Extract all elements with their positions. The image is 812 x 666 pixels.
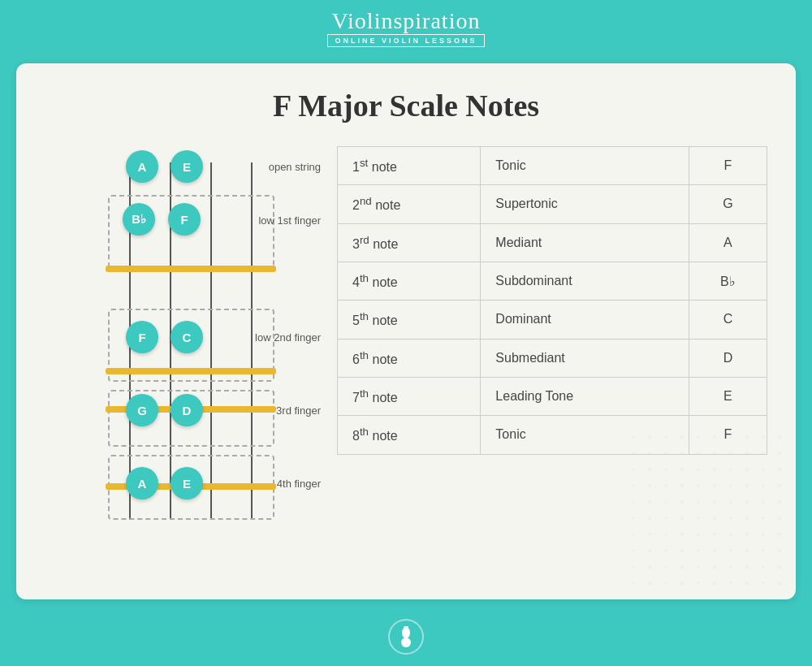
header-bar: Violinspiration Online Violin Lessons: [0, 0, 812, 55]
degree-cell: Mediant: [481, 223, 689, 262]
table-row: 8th noteTonicF: [338, 416, 767, 454]
note-D-3rd: D: [171, 394, 203, 426]
scale-table: 1st noteTonicF2nd noteSupertonicG3rd not…: [337, 146, 767, 455]
note-ordinal-cell: 3rd note: [338, 223, 481, 262]
table-row: 6th noteSubmediantD: [338, 339, 767, 377]
note-ordinal-cell: 6th note: [338, 339, 481, 377]
page-title: F Major Scale Notes: [45, 88, 767, 123]
note-cell: G: [689, 185, 767, 223]
note-ordinal-cell: 1st note: [338, 147, 481, 185]
main-card: F Major Scale Notes: [16, 63, 796, 599]
note-cell: C: [689, 301, 767, 339]
note-C-2nd: C: [171, 321, 203, 353]
note-cell: F: [689, 416, 767, 454]
degree-cell: Dominant: [481, 301, 689, 339]
note-ordinal-cell: 2nd note: [338, 185, 481, 223]
note-ordinal-cell: 4th note: [338, 262, 481, 300]
label-3rd-finger: 3rd finger: [276, 404, 321, 417]
label-low-2nd-finger: low 2nd finger: [255, 331, 321, 344]
note-cell: E: [689, 377, 767, 415]
fingerboard-section: A E open string B♭ F low 1st finger F C …: [45, 146, 321, 536]
table-row: 5th noteDominantC: [338, 301, 767, 339]
note-A-open: A: [126, 150, 158, 183]
note-A-4th: A: [126, 467, 158, 500]
note-ordinal-cell: 5th note: [338, 301, 481, 339]
svg-rect-4: [406, 628, 407, 631]
table-row: 1st noteTonicF: [338, 147, 767, 185]
fret-highlight-2: [106, 368, 276, 374]
table-row: 4th noteSubdominantB♭: [338, 262, 767, 300]
note-G-3rd: G: [126, 394, 158, 426]
note-E-open: E: [171, 150, 203, 183]
degree-cell: Subdominant: [481, 262, 689, 300]
note-ordinal-cell: 7th note: [338, 377, 481, 415]
note-cell: F: [689, 147, 767, 185]
svg-rect-2: [405, 638, 407, 641]
fret-highlight-1: [106, 266, 276, 272]
logo-sub: Online Violin Lessons: [327, 34, 484, 47]
note-ordinal-cell: 8th note: [338, 416, 481, 454]
degree-cell: Tonic: [481, 147, 689, 185]
degree-cell: Leading Tone: [481, 377, 689, 415]
svg-rect-3: [404, 626, 408, 628]
note-cell: B♭: [689, 262, 767, 300]
fingerboard-inner: A E open string B♭ F low 1st finger F C …: [45, 146, 321, 536]
logo-script: Violinspiration: [332, 10, 481, 32]
table-row: 7th noteLeading ToneE: [338, 377, 767, 415]
label-4th-finger: 4th finger: [277, 478, 321, 490]
content-area: A E open string B♭ F low 1st finger F C …: [45, 146, 767, 536]
note-F-1st: F: [168, 203, 201, 236]
violin-svg: [396, 625, 416, 649]
table-row: 3rd noteMediantA: [338, 223, 767, 262]
footer-bar: [0, 608, 812, 666]
label-open-string: open string: [269, 161, 321, 173]
violin-icon: [388, 619, 424, 655]
degree-cell: Submediant: [481, 339, 689, 377]
label-low-1st-finger: low 1st finger: [258, 214, 321, 227]
degree-cell: Supertonic: [481, 185, 689, 223]
note-cell: D: [689, 339, 767, 377]
note-F-2nd: F: [126, 321, 158, 353]
note-cell: A: [689, 223, 767, 262]
logo-container: Violinspiration Online Violin Lessons: [327, 10, 484, 47]
note-E-4th: E: [171, 467, 203, 500]
note-Bb-1st: B♭: [123, 203, 155, 236]
degree-cell: Tonic: [481, 416, 689, 454]
table-row: 2nd noteSupertonicG: [338, 185, 767, 223]
